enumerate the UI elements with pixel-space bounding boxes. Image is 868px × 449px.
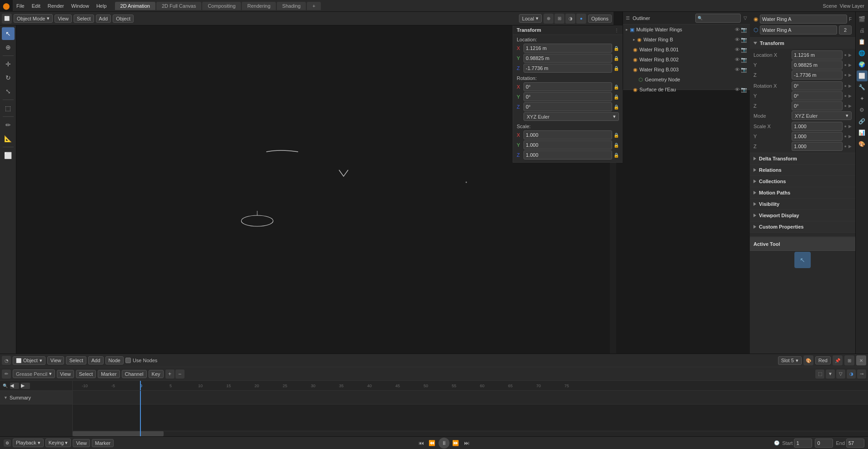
rotation-z-input[interactable]: 0° bbox=[524, 102, 612, 111]
outliner-item-geometry-node[interactable]: ⬡ Geometry Node bbox=[623, 75, 750, 85]
prop-scale-x-input[interactable]: 1.000 bbox=[792, 122, 843, 131]
prop-rot-y-anim[interactable]: ● bbox=[844, 94, 847, 98]
prop-scale-y-input[interactable]: 1.000 bbox=[792, 132, 843, 141]
relations-header[interactable]: Relations bbox=[750, 165, 855, 175]
view-playback[interactable]: View bbox=[73, 439, 90, 447]
timeline-x-icon[interactable]: ✕ bbox=[856, 355, 866, 365]
grease-marker[interactable]: Marker bbox=[98, 370, 120, 378]
timeline-add[interactable]: Add bbox=[88, 356, 104, 364]
grease-ctrl-1[interactable]: ⬚ bbox=[815, 369, 824, 379]
timeline-search-icon[interactable]: 🔍 bbox=[2, 383, 8, 389]
prop-rot-x-anim[interactable]: ● bbox=[844, 84, 847, 88]
play-pause-btn[interactable]: ⏸ bbox=[439, 438, 449, 449]
loc-x-lock[interactable]: 🔒 bbox=[614, 46, 619, 51]
menu-window[interactable]: Window bbox=[68, 0, 93, 12]
gizmo-icon[interactable]: ⊞ bbox=[554, 14, 564, 24]
material-icon[interactable]: ● bbox=[576, 14, 586, 24]
scale-x-input[interactable]: 1.000 bbox=[524, 130, 612, 140]
use-nodes-checkbox[interactable] bbox=[125, 358, 131, 363]
outliner-filter[interactable]: ▽ bbox=[743, 15, 747, 20]
grease-ctrl-4[interactable]: ◑ bbox=[847, 369, 856, 379]
timeline-tracks[interactable] bbox=[73, 391, 868, 436]
grease-icon[interactable]: ✏ bbox=[2, 369, 11, 379]
prop-loc-z-input[interactable]: -1.7736 m bbox=[792, 70, 843, 80]
grease-ctrl-2[interactable]: ▼ bbox=[826, 369, 835, 379]
prop-rot-z-input[interactable]: 0° bbox=[792, 101, 843, 110]
menu-file[interactable]: File bbox=[13, 0, 28, 12]
menu-help[interactable]: Help bbox=[93, 0, 110, 12]
material-props-icon[interactable]: 🎨 bbox=[857, 139, 868, 150]
rotation-y-input[interactable]: 0° bbox=[524, 92, 612, 101]
move-tool[interactable]: ✛ bbox=[2, 58, 15, 70]
prop-loc-y-input[interactable]: 0.98825 m bbox=[792, 60, 843, 70]
delta-transform-header[interactable]: Delta Transform bbox=[750, 153, 855, 164]
prop-rot-z-anim[interactable]: ● bbox=[844, 104, 847, 108]
timeline-view[interactable]: View bbox=[47, 356, 65, 364]
render-icon-4[interactable]: 📷 bbox=[741, 67, 747, 73]
particles-props-icon[interactable]: ✦ bbox=[857, 93, 868, 104]
scale-x-lock[interactable]: 🔒 bbox=[614, 133, 619, 138]
scale-tool[interactable]: ⤡ bbox=[2, 85, 15, 98]
jump-end-btn[interactable]: ⏭ bbox=[462, 439, 471, 448]
prop-loc-z-driver[interactable]: ▶ bbox=[848, 73, 852, 77]
outliner-item-water-ring-b002[interactable]: ◉ Water Ring B.002 👁 📷 bbox=[623, 55, 750, 65]
shading-icon[interactable]: ◑ bbox=[565, 14, 575, 24]
prop-rot-x-driver[interactable]: ▶ bbox=[848, 84, 852, 88]
viewport-display-header[interactable]: Viewport Display bbox=[750, 210, 855, 221]
visibility-icon[interactable]: 👁 bbox=[735, 27, 740, 33]
grease-channel[interactable]: Channel bbox=[122, 370, 147, 378]
playback-dropdown[interactable]: Playback ▾ bbox=[13, 439, 44, 447]
scale-z-input[interactable]: 1.000 bbox=[524, 150, 612, 160]
outliner-search[interactable]: 🔍 bbox=[695, 14, 741, 23]
add-menu[interactable]: Add bbox=[96, 15, 111, 23]
view-layer-props-icon[interactable]: 📋 bbox=[857, 36, 868, 47]
loc-y-lock[interactable]: 🔒 bbox=[614, 56, 619, 61]
object-menu[interactable]: Object bbox=[113, 15, 134, 23]
prop-rot-x-input[interactable]: 0° bbox=[792, 81, 843, 90]
fake-user-icon[interactable]: F bbox=[849, 17, 852, 22]
tab-2d-full-canvas[interactable]: 2D Full Canvas bbox=[156, 2, 201, 10]
grease-view[interactable]: View bbox=[57, 370, 74, 378]
scene-props-icon[interactable]: 🌐 bbox=[857, 48, 868, 59]
grease-ctrl-3[interactable]: ▽ bbox=[836, 369, 845, 379]
tab-2d-animation[interactable]: 2D Animation bbox=[115, 2, 155, 10]
pin-icon[interactable]: 📌 bbox=[833, 355, 843, 365]
overlay-icon[interactable]: ⊕ bbox=[544, 14, 554, 24]
prop-rot-z-driver[interactable]: ▶ bbox=[848, 104, 852, 108]
prop-loc-y-anim[interactable]: ● bbox=[844, 63, 847, 67]
custom-properties-header[interactable]: Custom Properties bbox=[750, 221, 855, 232]
modifier-props-icon[interactable]: 🔧 bbox=[857, 82, 868, 93]
menu-render[interactable]: Render bbox=[44, 0, 68, 12]
prop-scale-z-anim[interactable]: ● bbox=[844, 144, 847, 149]
annotate-tool[interactable]: ✏ bbox=[2, 119, 15, 131]
props-object-name-input[interactable]: Water Ring A bbox=[760, 15, 847, 24]
marker-playback[interactable]: Marker bbox=[92, 439, 114, 447]
view-menu[interactable]: View bbox=[55, 15, 72, 23]
motion-paths-header[interactable]: Motion Paths bbox=[750, 187, 855, 198]
vis-icon-3[interactable]: 👁 bbox=[735, 57, 740, 63]
vis-icon-6[interactable]: 👁 bbox=[735, 87, 740, 93]
tab-add[interactable]: + bbox=[307, 2, 320, 10]
vis-icon-2[interactable]: 👁 bbox=[735, 47, 740, 53]
prop-mode-dropdown[interactable]: XYZ Euler ▾ bbox=[792, 111, 852, 120]
prop-scale-y-driver[interactable]: ▶ bbox=[848, 134, 852, 139]
location-x-input[interactable]: 1.1216 m bbox=[524, 44, 612, 53]
prop-loc-x-driver[interactable]: ▶ bbox=[848, 53, 852, 57]
outliner-item-collection[interactable]: ▸ ▣ Multiple Water Rings 👁 📷 bbox=[623, 25, 750, 35]
outliner-item-water-ring-b003[interactable]: ◉ Water Ring B.003 👁 📷 bbox=[623, 65, 750, 75]
timeline-icon[interactable]: ◔ bbox=[2, 356, 11, 365]
vis-icon-1[interactable]: 👁 bbox=[735, 37, 740, 43]
color-ramp-icon[interactable]: 🎨 bbox=[803, 355, 813, 365]
render-icon-1[interactable]: 📷 bbox=[741, 37, 747, 43]
tab-rendering[interactable]: Rendering bbox=[242, 2, 276, 10]
location-y-input[interactable]: 0.98825 m bbox=[524, 54, 612, 63]
step-forward-btn[interactable]: ⏩ bbox=[451, 439, 460, 448]
render-icon[interactable]: 📷 bbox=[741, 27, 747, 33]
mode-icon[interactable]: ⬜ bbox=[2, 14, 12, 24]
transform-options[interactable]: ⋮ bbox=[614, 28, 619, 33]
keying-dropdown[interactable]: Keying ▾ bbox=[45, 439, 71, 447]
grease-add-btn[interactable]: + bbox=[165, 369, 175, 379]
loc-z-lock[interactable]: 🔒 bbox=[614, 66, 619, 71]
outliner-item-water-ring-b001[interactable]: ◉ Water Ring B.001 👁 📷 bbox=[623, 45, 750, 55]
scale-y-input[interactable]: 1.000 bbox=[524, 140, 612, 150]
